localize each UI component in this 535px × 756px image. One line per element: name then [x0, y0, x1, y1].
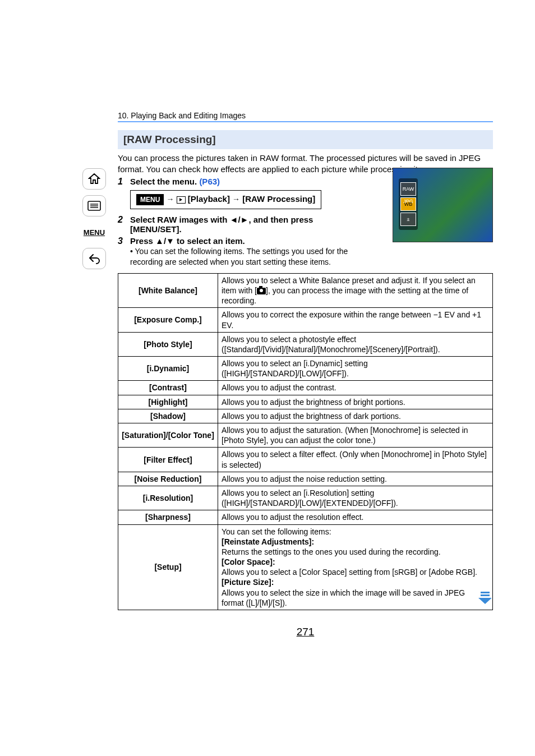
back-icon[interactable]: [82, 248, 106, 269]
step-3-text: Press ▲/▼ to select an item.: [130, 236, 245, 246]
table-row: [i.Dynamic] Allows you to select an [i.D…: [118, 357, 493, 381]
step-1-text: Select the menu.: [130, 177, 197, 186]
arrow-icon: →: [232, 195, 240, 204]
setting-label: [Contrast]: [118, 381, 218, 395]
step-number: 2: [118, 215, 130, 225]
setting-label: [i.Dynamic]: [118, 357, 218, 381]
menu-path: MENU → [Playback] → [RAW Processing]: [130, 190, 321, 209]
section-title: [RAW Processing]: [118, 130, 493, 149]
table-row: [Saturation]/[Color Tone] Allows you to …: [118, 423, 493, 448]
breadcrumb: 10. Playing Back and Editing Images: [118, 111, 493, 122]
settings-table: [White Balance] Allows you to select a W…: [118, 273, 493, 610]
table-row: [Exposure Comp.] Allows you to correct t…: [118, 308, 493, 332]
thumb-option-exposure: ±: [400, 213, 416, 226]
step-number: 3: [118, 236, 130, 246]
table-row: [Filter Effect] Allows you to select a f…: [118, 448, 493, 472]
thumbnail-option-strip: RAW JPG WB ±: [399, 178, 418, 230]
setting-desc: Allows you to adjust the noise reduction…: [218, 472, 493, 486]
setting-desc: Allows you to select a filter effect. (O…: [218, 448, 493, 472]
table-row: [Sharpness] Allows you to adjust the res…: [118, 510, 493, 524]
menu-playback: [Playback]: [188, 194, 230, 204]
setting-desc: Allows you to adjust the saturation. (Wh…: [218, 423, 493, 448]
setting-label: [Highlight]: [118, 395, 218, 409]
svg-rect-5: [481, 594, 490, 596]
setting-desc: Allows you to adjust the contrast.: [218, 381, 493, 395]
setting-label: [i.Resolution]: [118, 486, 218, 510]
continue-down-icon: [477, 591, 493, 605]
setting-label: [Shadow]: [118, 409, 218, 423]
camera-icon: [257, 288, 266, 294]
step-2: 2 Select RAW images with ◄/►, and then p…: [118, 215, 339, 234]
table-row: [Shadow] Allows you to adjust the bright…: [118, 409, 493, 423]
setting-desc: Allows you to correct the exposure withi…: [218, 308, 493, 332]
step-3-note: You can set the following items. The set…: [130, 246, 352, 268]
setting-desc: Allows you to adjust the brightness of b…: [218, 395, 493, 409]
table-row: [Highlight] Allows you to adjust the bri…: [118, 395, 493, 409]
preview-thumbnail: RAW JPG WB ±: [393, 168, 493, 242]
step-2-text: Select RAW images with ◄/►, and then pre…: [130, 215, 339, 234]
thumb-option-wb: WB: [400, 197, 416, 211]
svg-rect-4: [481, 592, 490, 593]
table-row: [White Balance] Allows you to select a W…: [118, 273, 493, 308]
side-nav: MENU: [82, 168, 106, 269]
setting-label: [Photo Style]: [118, 332, 218, 356]
setting-label: [Setup]: [118, 524, 218, 610]
setting-label: [Noise Reduction]: [118, 472, 218, 486]
menu-button-icon: MENU: [136, 194, 164, 205]
page-number[interactable]: 271: [118, 626, 493, 638]
menu-text-icon[interactable]: MENU: [83, 222, 105, 242]
arrow-icon: →: [167, 195, 174, 204]
playback-icon: [177, 196, 186, 204]
setting-desc: You can set the following items: [Reinst…: [218, 524, 493, 610]
step-number: 1: [118, 177, 130, 187]
table-row: [i.Resolution] Allows you to select an […: [118, 486, 493, 510]
setting-desc: Allows you to select an [i.Dynamic] sett…: [218, 357, 493, 381]
menu-raw-processing: [RAW Processing]: [242, 194, 315, 204]
setting-label: [Filter Effect]: [118, 448, 218, 472]
setting-desc: Allows you to adjust the resolution effe…: [218, 510, 493, 524]
setting-desc: Allows you to select an [i.Resolution] s…: [218, 486, 493, 510]
setting-label: [Exposure Comp.]: [118, 308, 218, 332]
setting-desc: Allows you to adjust the brightness of d…: [218, 409, 493, 423]
setting-desc: Allows you to select a photostyle effect…: [218, 332, 493, 356]
svg-marker-6: [478, 598, 492, 604]
setting-label: [White Balance]: [118, 273, 218, 308]
setting-label: [Saturation]/[Color Tone]: [118, 423, 218, 448]
setting-label: [Sharpness]: [118, 510, 218, 524]
table-row: [Setup] You can set the following items:…: [118, 524, 493, 610]
page-link[interactable]: (P63): [199, 177, 220, 186]
home-icon[interactable]: [82, 168, 106, 190]
thumb-option-rawjpg: RAW JPG: [400, 182, 416, 196]
setting-desc: Allows you to select a White Balance pre…: [218, 273, 493, 308]
table-row: [Photo Style] Allows you to select a pho…: [118, 332, 493, 356]
table-row: [Noise Reduction] Allows you to adjust t…: [118, 472, 493, 486]
table-row: [Contrast] Allows you to adjust the cont…: [118, 381, 493, 395]
toc-icon[interactable]: [82, 195, 106, 216]
